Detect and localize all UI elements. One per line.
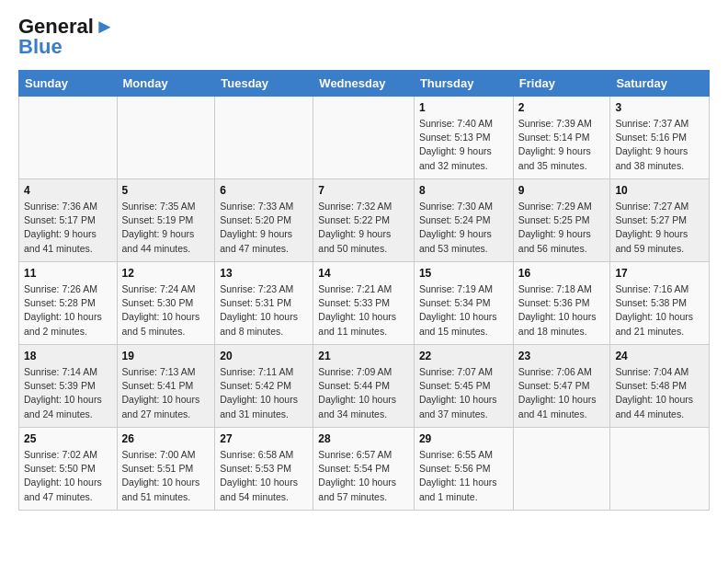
calendar-cell: 7Sunrise: 7:32 AM Sunset: 5:22 PM Daylig… [313, 179, 415, 262]
day-info: Sunrise: 7:07 AM Sunset: 5:45 PM Dayligh… [419, 365, 508, 421]
day-number: 14 [318, 267, 409, 280]
day-info: Sunrise: 7:24 AM Sunset: 5:30 PM Dayligh… [122, 282, 210, 339]
day-number: 24 [615, 350, 704, 362]
calendar-cell: 14Sunrise: 7:21 AM Sunset: 5:33 PM Dayli… [313, 262, 415, 345]
day-info: Sunrise: 7:29 AM Sunset: 5:25 PM Dayligh… [518, 200, 606, 256]
day-info: Sunrise: 7:09 AM Sunset: 5:44 PM Dayligh… [318, 365, 409, 421]
day-info: Sunrise: 6:55 AM Sunset: 5:56 PM Dayligh… [419, 448, 508, 504]
day-info: Sunrise: 7:02 AM Sunset: 5:50 PM Dayligh… [24, 448, 112, 504]
day-number: 11 [24, 267, 112, 280]
day-info: Sunrise: 7:14 AM Sunset: 5:39 PM Dayligh… [24, 365, 112, 421]
day-number: 27 [220, 432, 308, 445]
day-number: 26 [122, 432, 210, 445]
column-header-tuesday: Tuesday [215, 71, 313, 97]
logo-bird-icon: ► [95, 15, 115, 39]
calendar-cell [513, 428, 610, 511]
calendar-cell: 1Sunrise: 7:40 AM Sunset: 5:13 PM Daylig… [414, 97, 513, 179]
calendar-cell: 23Sunrise: 7:06 AM Sunset: 5:47 PM Dayli… [513, 345, 610, 428]
day-info: Sunrise: 7:23 AM Sunset: 5:31 PM Dayligh… [220, 282, 308, 339]
day-info: Sunrise: 6:57 AM Sunset: 5:54 PM Dayligh… [318, 448, 409, 504]
calendar-cell: 4Sunrise: 7:36 AM Sunset: 5:17 PM Daylig… [19, 179, 118, 262]
calendar-cell: 8Sunrise: 7:30 AM Sunset: 5:24 PM Daylig… [414, 179, 513, 262]
header-row: SundayMondayTuesdayWednesdayThursdayFrid… [19, 71, 710, 97]
week-row-1: 1Sunrise: 7:40 AM Sunset: 5:13 PM Daylig… [19, 97, 710, 179]
column-header-thursday: Thursday [414, 71, 513, 97]
calendar-cell: 19Sunrise: 7:13 AM Sunset: 5:41 PM Dayli… [117, 345, 215, 428]
day-number: 25 [24, 432, 112, 445]
day-info: Sunrise: 7:32 AM Sunset: 5:22 PM Dayligh… [318, 200, 409, 256]
column-header-saturday: Saturday [610, 71, 710, 97]
day-number: 7 [318, 184, 409, 197]
day-number: 28 [318, 432, 409, 445]
day-number: 5 [122, 184, 210, 197]
calendar-cell: 13Sunrise: 7:23 AM Sunset: 5:31 PM Dayli… [215, 262, 313, 345]
day-info: Sunrise: 7:40 AM Sunset: 5:13 PM Dayligh… [419, 117, 508, 173]
day-number: 2 [518, 101, 606, 114]
day-number: 13 [220, 267, 308, 280]
day-number: 22 [419, 350, 508, 362]
calendar-cell: 24Sunrise: 7:04 AM Sunset: 5:48 PM Dayli… [610, 345, 710, 428]
day-number: 21 [318, 350, 409, 362]
day-info: Sunrise: 7:39 AM Sunset: 5:14 PM Dayligh… [518, 117, 606, 173]
week-row-5: 25Sunrise: 7:02 AM Sunset: 5:50 PM Dayli… [19, 428, 710, 511]
calendar-cell: 20Sunrise: 7:11 AM Sunset: 5:42 PM Dayli… [215, 345, 313, 428]
day-info: Sunrise: 7:11 AM Sunset: 5:42 PM Dayligh… [220, 365, 308, 421]
day-number: 9 [518, 184, 606, 197]
calendar-body: 1Sunrise: 7:40 AM Sunset: 5:13 PM Daylig… [19, 97, 710, 511]
calendar-cell: 16Sunrise: 7:18 AM Sunset: 5:36 PM Dayli… [513, 262, 610, 345]
calendar-cell: 11Sunrise: 7:26 AM Sunset: 5:28 PM Dayli… [19, 262, 118, 345]
day-info: Sunrise: 7:33 AM Sunset: 5:20 PM Dayligh… [220, 200, 308, 256]
day-info: Sunrise: 7:21 AM Sunset: 5:33 PM Dayligh… [318, 282, 409, 339]
day-number: 3 [615, 101, 704, 114]
calendar-cell [215, 97, 313, 179]
logo: General ► Blue [18, 15, 115, 59]
calendar-cell: 6Sunrise: 7:33 AM Sunset: 5:20 PM Daylig… [215, 179, 313, 262]
calendar-cell: 27Sunrise: 6:58 AM Sunset: 5:53 PM Dayli… [215, 428, 313, 511]
calendar-table: SundayMondayTuesdayWednesdayThursdayFrid… [18, 70, 710, 511]
calendar-cell [117, 97, 215, 179]
day-info: Sunrise: 7:36 AM Sunset: 5:17 PM Dayligh… [24, 200, 112, 256]
column-header-wednesday: Wednesday [313, 71, 415, 97]
day-number: 18 [24, 350, 112, 362]
calendar-cell: 28Sunrise: 6:57 AM Sunset: 5:54 PM Dayli… [313, 428, 415, 511]
calendar-cell: 22Sunrise: 7:07 AM Sunset: 5:45 PM Dayli… [414, 345, 513, 428]
calendar-cell: 15Sunrise: 7:19 AM Sunset: 5:34 PM Dayli… [414, 262, 513, 345]
day-info: Sunrise: 7:37 AM Sunset: 5:16 PM Dayligh… [615, 117, 704, 173]
day-info: Sunrise: 7:27 AM Sunset: 5:27 PM Dayligh… [615, 200, 704, 256]
day-number: 15 [419, 267, 508, 280]
calendar-cell: 21Sunrise: 7:09 AM Sunset: 5:44 PM Dayli… [313, 345, 415, 428]
day-number: 4 [24, 184, 112, 197]
week-row-2: 4Sunrise: 7:36 AM Sunset: 5:17 PM Daylig… [19, 179, 710, 262]
column-header-friday: Friday [513, 71, 610, 97]
day-number: 10 [615, 184, 704, 197]
calendar-cell: 12Sunrise: 7:24 AM Sunset: 5:30 PM Dayli… [117, 262, 215, 345]
day-info: Sunrise: 7:06 AM Sunset: 5:47 PM Dayligh… [518, 365, 606, 421]
day-info: Sunrise: 7:04 AM Sunset: 5:48 PM Dayligh… [615, 365, 704, 421]
week-row-3: 11Sunrise: 7:26 AM Sunset: 5:28 PM Dayli… [19, 262, 710, 345]
calendar-header: SundayMondayTuesdayWednesdayThursdayFrid… [19, 71, 710, 97]
day-info: Sunrise: 7:16 AM Sunset: 5:38 PM Dayligh… [615, 282, 704, 339]
day-number: 19 [122, 350, 210, 362]
day-number: 23 [518, 350, 606, 362]
day-info: Sunrise: 7:30 AM Sunset: 5:24 PM Dayligh… [419, 200, 508, 256]
day-number: 20 [220, 350, 308, 362]
day-number: 1 [419, 101, 508, 114]
calendar-cell: 18Sunrise: 7:14 AM Sunset: 5:39 PM Dayli… [19, 345, 118, 428]
day-number: 8 [419, 184, 508, 197]
page-header: General ► Blue [18, 15, 710, 59]
calendar-cell: 10Sunrise: 7:27 AM Sunset: 5:27 PM Dayli… [610, 179, 710, 262]
day-info: Sunrise: 6:58 AM Sunset: 5:53 PM Dayligh… [220, 448, 308, 504]
calendar-cell: 26Sunrise: 7:00 AM Sunset: 5:51 PM Dayli… [117, 428, 215, 511]
calendar-cell: 17Sunrise: 7:16 AM Sunset: 5:38 PM Dayli… [610, 262, 710, 345]
day-number: 16 [518, 267, 606, 280]
day-info: Sunrise: 7:13 AM Sunset: 5:41 PM Dayligh… [122, 365, 210, 421]
day-number: 6 [220, 184, 308, 197]
day-info: Sunrise: 7:26 AM Sunset: 5:28 PM Dayligh… [24, 282, 112, 339]
calendar-cell [19, 97, 118, 179]
day-info: Sunrise: 7:00 AM Sunset: 5:51 PM Dayligh… [122, 448, 210, 504]
calendar-cell [610, 428, 710, 511]
column-header-monday: Monday [117, 71, 215, 97]
calendar-cell: 9Sunrise: 7:29 AM Sunset: 5:25 PM Daylig… [513, 179, 610, 262]
calendar-cell: 5Sunrise: 7:35 AM Sunset: 5:19 PM Daylig… [117, 179, 215, 262]
calendar-cell: 2Sunrise: 7:39 AM Sunset: 5:14 PM Daylig… [513, 97, 610, 179]
